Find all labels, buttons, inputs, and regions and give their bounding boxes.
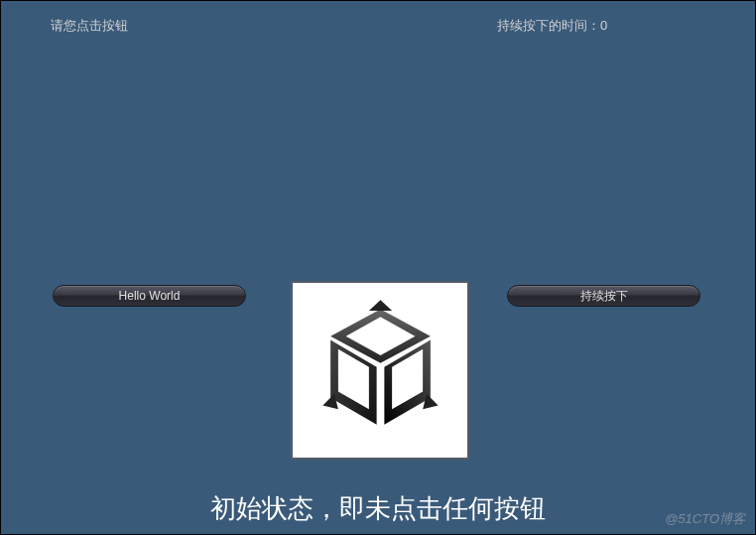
hold-time-label: 持续按下的时间：0	[497, 17, 607, 35]
prompt-label: 请您点击按钮	[51, 17, 128, 35]
hold-down-button[interactable]: 持续按下	[507, 285, 700, 307]
caption-text: 初始状态，即未点击任何按钮	[1, 491, 755, 526]
unity-logo-icon	[304, 294, 457, 448]
hello-world-button[interactable]: Hello World	[53, 285, 246, 307]
svg-marker-6	[368, 300, 391, 311]
watermark-text: @51CTO博客	[665, 510, 745, 528]
unity-logo-image	[291, 281, 469, 460]
